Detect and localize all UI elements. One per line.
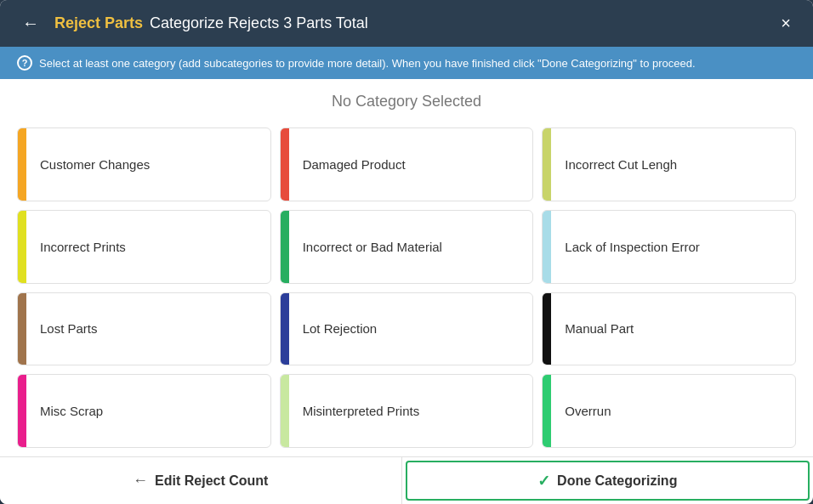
- category-color-bar: [18, 128, 26, 201]
- category-card[interactable]: Damaged Product: [280, 127, 534, 201]
- category-card[interactable]: Overrun: [542, 374, 796, 448]
- category-label: Misinterpreted Prints: [289, 392, 434, 430]
- category-card[interactable]: Misinterpreted Prints: [280, 374, 534, 448]
- category-card[interactable]: Incorrect Prints: [17, 210, 271, 284]
- category-label: Incorrect or Bad Material: [289, 228, 456, 266]
- modal-header: ← Reject Parts Categorize Rejects 3 Part…: [0, 0, 813, 47]
- category-color-bar: [281, 128, 289, 201]
- category-card[interactable]: Misc Scrap: [17, 374, 271, 448]
- category-label: Lost Parts: [26, 309, 111, 348]
- category-color-bar: [18, 375, 26, 447]
- back-button[interactable]: ←: [17, 12, 44, 35]
- header-title: Reject Parts Categorize Rejects 3 Parts …: [54, 14, 368, 32]
- edit-reject-count-button[interactable]: ← Edit Reject Count: [0, 457, 402, 504]
- title-subtitle: Categorize Rejects 3 Parts Total: [150, 14, 368, 32]
- banner-text: Select at least one category (add subcat…: [39, 57, 696, 70]
- modal-container: ← Reject Parts Categorize Rejects 3 Part…: [0, 0, 813, 504]
- category-label: Damaged Product: [289, 145, 419, 184]
- no-category-section: No Category Selected: [0, 79, 813, 119]
- category-color-bar: [281, 211, 289, 283]
- done-categorizing-button[interactable]: ✓ Done Categorizing: [406, 461, 810, 501]
- category-color-bar: [543, 293, 551, 365]
- category-label: Overrun: [551, 392, 624, 430]
- category-card[interactable]: Lack of Inspection Error: [542, 210, 796, 284]
- category-label: Misc Scrap: [26, 392, 117, 430]
- category-color-bar: [543, 128, 551, 201]
- category-color-bar: [18, 293, 26, 365]
- category-card[interactable]: Incorrect Cut Lengh: [542, 127, 796, 201]
- category-card[interactable]: Lost Parts: [17, 292, 271, 366]
- category-color-bar: [281, 293, 289, 365]
- category-card[interactable]: Manual Part: [542, 292, 796, 366]
- info-icon: ?: [17, 55, 32, 71]
- category-card[interactable]: Customer Changes: [17, 127, 271, 201]
- category-label: Manual Part: [551, 309, 647, 348]
- category-color-bar: [543, 211, 551, 283]
- category-color-bar: [543, 375, 551, 447]
- categories-grid: Customer ChangesDamaged ProductIncorrect…: [0, 119, 813, 456]
- category-label: Lack of Inspection Error: [551, 228, 713, 266]
- category-color-bar: [281, 375, 289, 447]
- done-label: Done Categorizing: [557, 473, 677, 489]
- category-card[interactable]: Lot Rejection: [280, 292, 534, 366]
- no-category-label: No Category Selected: [332, 93, 481, 110]
- category-label: Incorrect Prints: [26, 228, 139, 266]
- header-left: ← Reject Parts Categorize Rejects 3 Part…: [17, 12, 368, 35]
- category-color-bar: [18, 211, 26, 283]
- check-icon: ✓: [537, 472, 550, 490]
- category-card[interactable]: Incorrect or Bad Material: [280, 210, 534, 284]
- category-label: Customer Changes: [26, 145, 163, 184]
- info-banner: ? Select at least one category (add subc…: [0, 47, 813, 79]
- category-label: Incorrect Cut Lengh: [551, 145, 691, 184]
- back-arrow-icon: ←: [133, 472, 148, 490]
- close-button[interactable]: ×: [776, 12, 796, 35]
- category-label: Lot Rejection: [289, 309, 391, 348]
- title-highlight: Reject Parts: [54, 14, 143, 32]
- modal-footer: ← Edit Reject Count ✓ Done Categorizing: [0, 456, 813, 504]
- edit-label: Edit Reject Count: [155, 473, 268, 489]
